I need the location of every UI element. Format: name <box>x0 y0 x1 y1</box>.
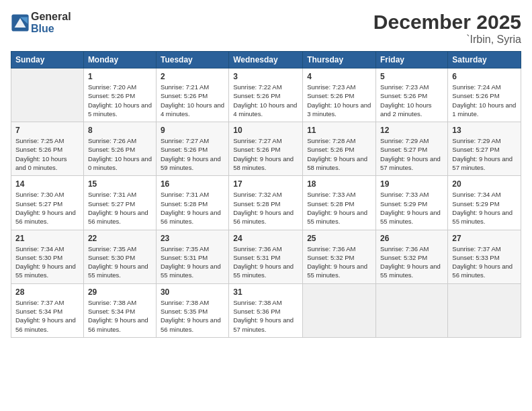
day-info: Sunrise: 7:24 AM Sunset: 5:26 PM Dayligh… <box>452 83 517 118</box>
col-wednesday: Wednesday <box>229 52 303 68</box>
day-number: 25 <box>307 234 371 243</box>
calendar-cell: 15Sunrise: 7:31 AM Sunset: 5:27 PM Dayli… <box>83 176 156 230</box>
day-number: 16 <box>161 179 224 189</box>
day-number: 22 <box>88 234 152 243</box>
day-info: Sunrise: 7:23 AM Sunset: 5:26 PM Dayligh… <box>380 83 443 118</box>
day-number: 21 <box>15 234 79 243</box>
day-number: 19 <box>380 179 443 189</box>
day-number: 3 <box>233 72 298 81</box>
day-number: 9 <box>161 126 224 135</box>
calendar-week-2: 7Sunrise: 7:25 AM Sunset: 5:26 PM Daylig… <box>11 122 521 176</box>
col-thursday: Thursday <box>303 52 376 68</box>
weekday-row: Sunday Monday Tuesday Wednesday Thursday… <box>11 52 521 68</box>
calendar-cell: 14Sunrise: 7:30 AM Sunset: 5:27 PM Dayli… <box>11 176 84 230</box>
day-info: Sunrise: 7:36 AM Sunset: 5:32 PM Dayligh… <box>380 244 443 280</box>
day-info: Sunrise: 7:25 AM Sunset: 5:26 PM Dayligh… <box>15 136 79 172</box>
calendar-cell <box>11 68 84 122</box>
day-info: Sunrise: 7:33 AM Sunset: 5:29 PM Dayligh… <box>380 190 443 226</box>
day-number: 23 <box>161 234 224 243</box>
calendar-cell: 4Sunrise: 7:23 AM Sunset: 5:26 PM Daylig… <box>303 68 376 122</box>
calendar-cell: 26Sunrise: 7:36 AM Sunset: 5:32 PM Dayli… <box>376 230 448 283</box>
day-info: Sunrise: 7:38 AM Sunset: 5:35 PM Dayligh… <box>161 298 224 334</box>
calendar-cell: 5Sunrise: 7:23 AM Sunset: 5:26 PM Daylig… <box>376 68 448 122</box>
calendar-header: Sunday Monday Tuesday Wednesday Thursday… <box>11 52 521 68</box>
day-info: Sunrise: 7:26 AM Sunset: 5:26 PM Dayligh… <box>88 136 152 172</box>
day-number: 5 <box>380 72 443 81</box>
day-info: Sunrise: 7:35 AM Sunset: 5:31 PM Dayligh… <box>161 244 224 280</box>
logo-icon <box>11 13 30 32</box>
day-number: 12 <box>380 126 443 135</box>
col-sunday: Sunday <box>11 52 84 68</box>
calendar-week-3: 14Sunrise: 7:30 AM Sunset: 5:27 PM Dayli… <box>11 176 521 230</box>
day-info: Sunrise: 7:35 AM Sunset: 5:30 PM Dayligh… <box>88 244 152 280</box>
calendar-body: 1Sunrise: 7:20 AM Sunset: 5:26 PM Daylig… <box>11 68 521 338</box>
day-info: Sunrise: 7:38 AM Sunset: 5:36 PM Dayligh… <box>233 298 298 334</box>
logo-text: General Blue <box>31 11 71 34</box>
logo-blue-text: Blue <box>31 23 71 35</box>
calendar-cell: 18Sunrise: 7:33 AM Sunset: 5:28 PM Dayli… <box>303 176 376 230</box>
day-info: Sunrise: 7:30 AM Sunset: 5:27 PM Dayligh… <box>15 190 79 226</box>
day-number: 17 <box>233 179 298 189</box>
calendar-cell: 19Sunrise: 7:33 AM Sunset: 5:29 PM Dayli… <box>376 176 448 230</box>
calendar-cell: 9Sunrise: 7:27 AM Sunset: 5:26 PM Daylig… <box>156 122 228 176</box>
day-info: Sunrise: 7:32 AM Sunset: 5:28 PM Dayligh… <box>233 190 298 226</box>
day-info: Sunrise: 7:33 AM Sunset: 5:28 PM Dayligh… <box>307 190 371 226</box>
day-number: 7 <box>15 126 79 135</box>
day-info: Sunrise: 7:21 AM Sunset: 5:26 PM Dayligh… <box>161 83 224 118</box>
calendar-cell: 21Sunrise: 7:34 AM Sunset: 5:30 PM Dayli… <box>11 230 84 283</box>
day-info: Sunrise: 7:37 AM Sunset: 5:33 PM Dayligh… <box>452 244 517 280</box>
day-number: 8 <box>88 126 152 135</box>
day-info: Sunrise: 7:36 AM Sunset: 5:32 PM Dayligh… <box>307 244 371 280</box>
calendar-cell: 10Sunrise: 7:27 AM Sunset: 5:26 PM Dayli… <box>229 122 303 176</box>
calendar-cell: 24Sunrise: 7:36 AM Sunset: 5:31 PM Dayli… <box>229 230 303 283</box>
header: General Blue December 2025 `Irbin, Syria <box>11 11 521 46</box>
calendar-cell: 30Sunrise: 7:38 AM Sunset: 5:35 PM Dayli… <box>156 283 228 337</box>
calendar-cell: 23Sunrise: 7:35 AM Sunset: 5:31 PM Dayli… <box>156 230 228 283</box>
day-info: Sunrise: 7:29 AM Sunset: 5:27 PM Dayligh… <box>452 136 517 172</box>
logo: General Blue <box>11 11 71 34</box>
day-info: Sunrise: 7:27 AM Sunset: 5:26 PM Dayligh… <box>161 136 224 172</box>
day-number: 20 <box>452 179 517 189</box>
calendar-cell: 25Sunrise: 7:36 AM Sunset: 5:32 PM Dayli… <box>303 230 376 283</box>
day-number: 27 <box>452 234 517 243</box>
day-number: 24 <box>233 234 298 243</box>
day-info: Sunrise: 7:20 AM Sunset: 5:26 PM Dayligh… <box>88 83 152 118</box>
day-number: 18 <box>307 179 371 189</box>
day-info: Sunrise: 7:28 AM Sunset: 5:26 PM Dayligh… <box>307 136 371 172</box>
calendar-cell: 22Sunrise: 7:35 AM Sunset: 5:30 PM Dayli… <box>83 230 156 283</box>
day-number: 31 <box>233 287 298 297</box>
col-tuesday: Tuesday <box>156 52 228 68</box>
calendar-cell: 13Sunrise: 7:29 AM Sunset: 5:27 PM Dayli… <box>448 122 521 176</box>
calendar-cell: 16Sunrise: 7:31 AM Sunset: 5:28 PM Dayli… <box>156 176 228 230</box>
day-number: 6 <box>452 72 517 81</box>
day-number: 30 <box>161 287 224 297</box>
calendar-cell: 12Sunrise: 7:29 AM Sunset: 5:27 PM Dayli… <box>376 122 448 176</box>
calendar-cell: 29Sunrise: 7:38 AM Sunset: 5:34 PM Dayli… <box>83 283 156 337</box>
day-number: 4 <box>307 72 371 81</box>
day-number: 10 <box>233 126 298 135</box>
day-info: Sunrise: 7:34 AM Sunset: 5:30 PM Dayligh… <box>15 244 79 280</box>
title-block: December 2025 `Irbin, Syria <box>373 11 521 46</box>
day-info: Sunrise: 7:36 AM Sunset: 5:31 PM Dayligh… <box>233 244 298 280</box>
day-number: 15 <box>88 179 152 189</box>
day-number: 11 <box>307 126 371 135</box>
calendar-cell: 7Sunrise: 7:25 AM Sunset: 5:26 PM Daylig… <box>11 122 84 176</box>
day-info: Sunrise: 7:29 AM Sunset: 5:27 PM Dayligh… <box>380 136 443 172</box>
location: `Irbin, Syria <box>373 34 521 46</box>
day-number: 2 <box>161 72 224 81</box>
day-number: 14 <box>15 179 79 189</box>
calendar-cell: 31Sunrise: 7:38 AM Sunset: 5:36 PM Dayli… <box>229 283 303 337</box>
calendar-cell: 1Sunrise: 7:20 AM Sunset: 5:26 PM Daylig… <box>83 68 156 122</box>
calendar-cell: 20Sunrise: 7:34 AM Sunset: 5:29 PM Dayli… <box>448 176 521 230</box>
calendar-cell: 27Sunrise: 7:37 AM Sunset: 5:33 PM Dayli… <box>448 230 521 283</box>
col-saturday: Saturday <box>448 52 521 68</box>
calendar-cell: 2Sunrise: 7:21 AM Sunset: 5:26 PM Daylig… <box>156 68 228 122</box>
day-info: Sunrise: 7:23 AM Sunset: 5:26 PM Dayligh… <box>307 83 371 118</box>
calendar-week-1: 1Sunrise: 7:20 AM Sunset: 5:26 PM Daylig… <box>11 68 521 122</box>
day-info: Sunrise: 7:22 AM Sunset: 5:26 PM Dayligh… <box>233 83 298 118</box>
col-monday: Monday <box>83 52 156 68</box>
day-number: 26 <box>380 234 443 243</box>
day-info: Sunrise: 7:31 AM Sunset: 5:28 PM Dayligh… <box>161 190 224 226</box>
calendar-cell: 17Sunrise: 7:32 AM Sunset: 5:28 PM Dayli… <box>229 176 303 230</box>
day-info: Sunrise: 7:31 AM Sunset: 5:27 PM Dayligh… <box>88 190 152 226</box>
